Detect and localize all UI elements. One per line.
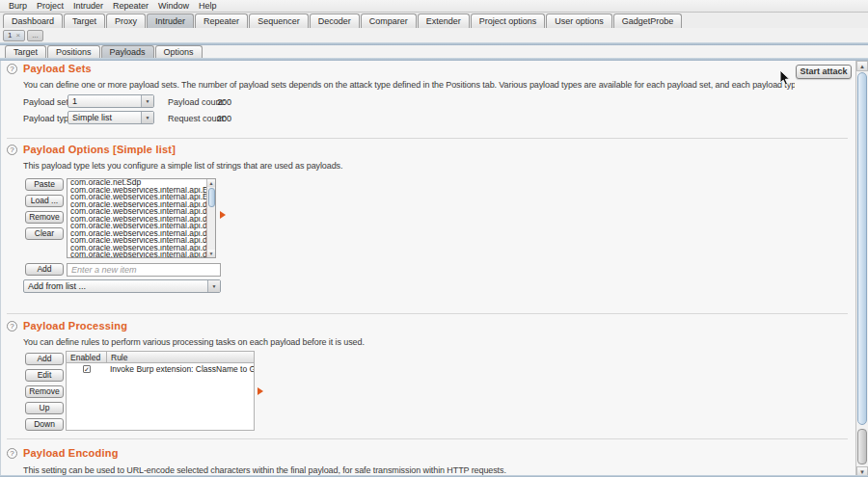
attack-tab-bar: 1 × ... xyxy=(0,28,868,42)
section-divider xyxy=(7,138,848,139)
tab-user-options[interactable]: User options xyxy=(546,13,612,28)
tab-comparer[interactable]: Comparer xyxy=(361,13,417,28)
list-scrollbar[interactable]: ▲ ▼ xyxy=(206,179,215,257)
tab-intruder-positions[interactable]: Positions xyxy=(47,45,100,58)
payload-processing-description: You can define rules to perform various … xyxy=(23,337,365,347)
list-item[interactable]: com.oracle.webservices.internal.api.data… xyxy=(68,223,206,230)
payload-sets-description: You can define one or more payload sets.… xyxy=(23,80,795,90)
rule-add-button[interactable]: Add xyxy=(25,353,64,365)
menu-bar: Burp Project Intruder Repeater Window He… xyxy=(0,0,868,13)
close-icon[interactable]: × xyxy=(15,31,20,40)
rule-cell: Invoke Burp extension: ClassName to Gadg… xyxy=(107,364,254,374)
payload-type-select[interactable]: Simple list ▼ xyxy=(68,111,154,124)
chevron-down-icon[interactable]: ▼ xyxy=(141,95,153,107)
modified-indicator-icon xyxy=(220,211,226,219)
paste-button[interactable]: Paste xyxy=(25,178,64,191)
payload-options-title: Payload Options [Simple list] xyxy=(23,144,176,155)
tab-intruder-options[interactable]: Options xyxy=(155,45,203,58)
tab-project-options[interactable]: Project options xyxy=(471,13,546,28)
menu-window[interactable]: Window xyxy=(153,1,194,11)
request-count-value: 200 xyxy=(217,114,231,123)
payload-list[interactable]: com.oracle.net.Sdp com.oracle.webservice… xyxy=(67,178,216,258)
tab-sequencer[interactable]: Sequencer xyxy=(249,13,309,28)
menu-repeater[interactable]: Repeater xyxy=(108,1,153,11)
main-scrollbar[interactable]: ▲ ▼ xyxy=(855,61,868,477)
tab-extender[interactable]: Extender xyxy=(418,13,470,28)
list-item[interactable]: com.oracle.net.Sdp xyxy=(68,179,206,187)
new-item-input[interactable] xyxy=(67,263,221,277)
help-icon[interactable]: ? xyxy=(7,64,17,74)
column-rule[interactable]: Rule xyxy=(107,352,127,362)
tab-decoder[interactable]: Decoder xyxy=(310,13,360,28)
attack-tab-more-label: ... xyxy=(32,31,39,40)
add-item-button[interactable]: Add xyxy=(25,263,64,276)
payload-set-value: 1 xyxy=(68,96,141,106)
scrollbar-track-segment[interactable] xyxy=(857,429,867,464)
chevron-down-icon[interactable]: ▼ xyxy=(141,112,153,123)
tab-intruder-target[interactable]: Target xyxy=(5,45,46,58)
list-item[interactable]: com.oracle.webservices.internal.api.Enve… xyxy=(68,187,206,195)
payload-sets-title: Payload Sets xyxy=(23,63,92,74)
payloads-panel: ? Payload Sets Start attack You can defi… xyxy=(0,61,868,477)
rule-edit-button[interactable]: Edit xyxy=(25,369,64,382)
scroll-up-icon[interactable]: ▲ xyxy=(207,179,215,187)
column-enabled[interactable]: Enabled xyxy=(67,352,107,362)
tab-intruder-payloads[interactable]: Payloads xyxy=(101,45,154,58)
menu-burp[interactable]: Burp xyxy=(4,1,32,11)
start-attack-button[interactable]: Start attack xyxy=(796,65,852,79)
attack-tab-label: 1 xyxy=(8,31,12,40)
attack-tab-1[interactable]: 1 × xyxy=(3,30,25,41)
enabled-checkbox[interactable]: ✓ xyxy=(83,365,91,373)
mouse-cursor-icon xyxy=(779,69,791,87)
rule-down-button[interactable]: Down xyxy=(25,418,64,431)
tab-intruder[interactable]: Intruder xyxy=(147,13,194,28)
load-button[interactable]: Load ... xyxy=(25,195,64,207)
payload-processing-title: Payload Processing xyxy=(23,320,127,331)
list-item[interactable]: com.oracle.webservices.internal.api.data… xyxy=(68,230,206,238)
scrollbar-thumb[interactable] xyxy=(208,188,215,207)
remove-button[interactable]: Remove xyxy=(25,211,64,224)
tab-repeater[interactable]: Repeater xyxy=(195,13,248,28)
add-from-list-select[interactable]: Add from list ... ▼ xyxy=(23,279,221,293)
scrollbar-thumb[interactable] xyxy=(857,72,867,425)
rule-remove-button[interactable]: Remove xyxy=(25,385,64,398)
payload-options-description: This payload type lets you configure a s… xyxy=(23,161,342,171)
section-divider xyxy=(7,313,848,314)
list-item[interactable]: com.oracle.webservices.internal.api.data… xyxy=(68,252,206,257)
payload-encoding-title: Payload Encoding xyxy=(23,447,119,459)
payload-set-select[interactable]: 1 ▼ xyxy=(68,94,154,108)
help-icon[interactable]: ? xyxy=(7,145,17,155)
main-tab-bar: Dashboard Target Proxy Intruder Repeater… xyxy=(0,13,868,28)
list-item[interactable]: com.oracle.webservices.internal.api.data… xyxy=(68,216,206,224)
scroll-down-icon[interactable]: ▼ xyxy=(207,250,215,257)
list-item[interactable]: com.oracle.webservices.internal.api.data… xyxy=(68,237,206,245)
clear-button[interactable]: Clear xyxy=(25,227,64,240)
payload-encoding-description: This setting can be used to URL-encode s… xyxy=(23,465,506,475)
tab-gadgetprobe[interactable]: GadgetProbe xyxy=(613,13,683,28)
tab-dashboard[interactable]: Dashboard xyxy=(3,13,63,28)
menu-help[interactable]: Help xyxy=(194,1,222,11)
help-icon[interactable]: ? xyxy=(7,321,17,331)
scroll-up-icon[interactable]: ▲ xyxy=(856,61,868,71)
list-item[interactable]: com.oracle.webservices.internal.api.data… xyxy=(68,208,206,216)
rule-up-button[interactable]: Up xyxy=(25,402,64,414)
tab-target[interactable]: Target xyxy=(64,13,105,28)
list-item[interactable]: com.oracle.webservices.internal.api.data… xyxy=(68,245,206,252)
processing-rules-table[interactable]: Enabled Rule ✓ Invoke Burp extension: Cl… xyxy=(66,351,255,431)
menu-intruder[interactable]: Intruder xyxy=(68,1,108,11)
add-from-list-value: Add from list ... xyxy=(24,281,207,291)
help-icon[interactable]: ? xyxy=(7,448,17,459)
menu-project[interactable]: Project xyxy=(32,1,68,11)
table-header: Enabled Rule xyxy=(67,352,254,363)
chevron-down-icon[interactable]: ▼ xyxy=(207,280,220,292)
attack-tab-more[interactable]: ... xyxy=(27,30,43,41)
tab-proxy[interactable]: Proxy xyxy=(106,13,146,28)
burp-window: Burp Project Intruder Repeater Window He… xyxy=(0,0,868,477)
payload-count-value: 200 xyxy=(217,97,231,107)
modified-indicator-icon xyxy=(258,387,263,395)
section-divider xyxy=(7,438,848,439)
payload-type-value: Simple list xyxy=(68,113,141,122)
list-item[interactable]: com.oracle.webservices.internal.api.data… xyxy=(68,201,206,209)
list-item[interactable]: com.oracle.webservices.internal.api.Enve… xyxy=(68,194,206,201)
table-row[interactable]: ✓ Invoke Burp extension: ClassName to Ga… xyxy=(67,363,254,375)
